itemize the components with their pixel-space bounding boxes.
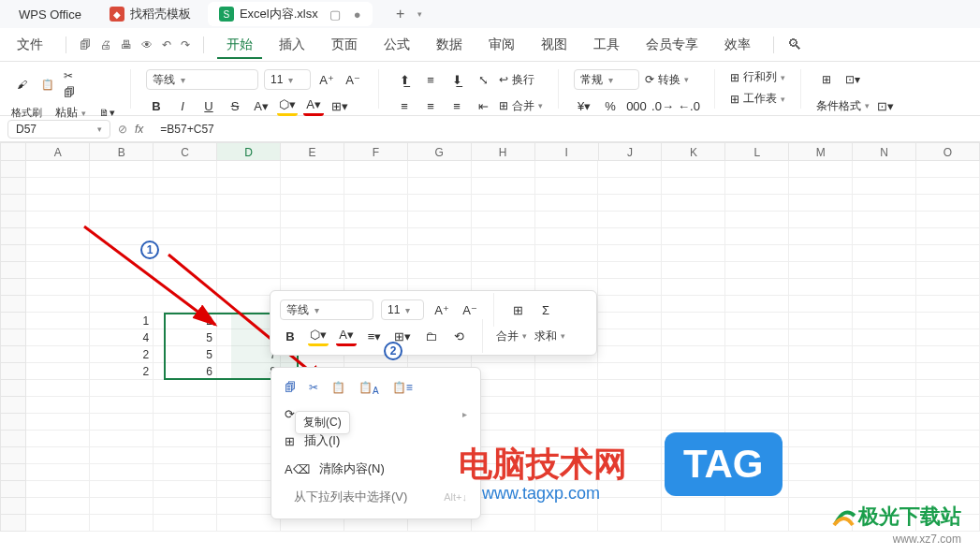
cell[interactable]	[154, 178, 217, 195]
cell[interactable]	[916, 397, 980, 414]
cell[interactable]	[789, 313, 853, 329]
menu-view[interactable]: 视图	[532, 31, 577, 59]
cell[interactable]	[789, 279, 853, 296]
mini-bold-button[interactable]: B	[280, 326, 300, 346]
align-bottom-icon[interactable]: ⬇̲	[446, 69, 467, 90]
cell[interactable]	[408, 212, 472, 228]
cell[interactable]	[725, 262, 789, 279]
cell[interactable]	[789, 245, 853, 262]
cell[interactable]	[344, 228, 408, 245]
name-box[interactable]: D57 ▾	[7, 120, 110, 139]
row-header[interactable]	[0, 245, 26, 262]
save-icon[interactable]: 🗐	[80, 38, 91, 51]
menu-insert[interactable]: 插入	[270, 31, 314, 59]
menu-page[interactable]: 页面	[322, 31, 367, 59]
cell[interactable]	[725, 329, 789, 346]
cell[interactable]	[26, 329, 90, 346]
cell[interactable]	[789, 414, 853, 431]
cell[interactable]	[217, 195, 281, 212]
cell[interactable]: 2	[90, 346, 154, 363]
tab-document[interactable]: S Excel内容.xlsx ▢ ●	[208, 2, 373, 26]
cell[interactable]	[725, 414, 789, 431]
cell[interactable]	[408, 178, 472, 195]
cell[interactable]	[725, 279, 789, 296]
align-left-icon[interactable]: ≡	[394, 95, 415, 116]
cell[interactable]	[26, 498, 90, 515]
cell[interactable]	[789, 178, 853, 195]
align-center-icon[interactable]: ≡	[420, 95, 441, 116]
cell[interactable]	[26, 515, 90, 532]
cell[interactable]	[853, 397, 916, 414]
paste-label[interactable]: 粘贴▾	[55, 105, 86, 121]
font-size-combo[interactable]: 11▾	[264, 69, 311, 90]
ctx-paste-text-icon[interactable]: 📋A	[358, 381, 379, 396]
cell[interactable]	[916, 313, 980, 329]
cell[interactable]	[598, 245, 662, 262]
cell[interactable]	[154, 228, 217, 245]
cell[interactable]	[535, 363, 599, 380]
cell[interactable]	[916, 481, 980, 498]
menu-member[interactable]: 会员专享	[636, 31, 708, 59]
dec-inc-icon[interactable]: .0→	[652, 95, 673, 116]
undo-icon[interactable]: ↶	[162, 38, 171, 51]
tab-overflow-icon[interactable]: ▾	[417, 9, 422, 19]
cell[interactable]	[26, 447, 90, 464]
cell[interactable]	[90, 397, 154, 414]
cell[interactable]	[154, 212, 217, 228]
mini-sum-icon[interactable]: Σ	[535, 299, 556, 320]
tab-template-store[interactable]: ◆ 找稻壳模板	[98, 2, 202, 26]
decrease-font-icon[interactable]: A⁻	[343, 69, 363, 90]
cell[interactable]	[598, 346, 662, 363]
cell[interactable]	[26, 414, 90, 431]
col-header[interactable]: L	[725, 142, 789, 161]
menu-data[interactable]: 数据	[427, 31, 472, 59]
cell[interactable]	[789, 397, 853, 414]
cell[interactable]	[598, 363, 662, 380]
cell[interactable]	[789, 346, 853, 363]
cell[interactable]	[598, 380, 662, 397]
cell[interactable]	[725, 296, 789, 313]
cell[interactable]	[725, 380, 789, 397]
row-header[interactable]	[0, 329, 26, 346]
cell[interactable]	[725, 212, 789, 228]
cell[interactable]: 5	[154, 329, 217, 346]
cell[interactable]	[344, 212, 408, 228]
row-header[interactable]	[0, 346, 26, 363]
cell[interactable]	[90, 431, 154, 447]
cell[interactable]	[344, 195, 408, 212]
cell[interactable]: 5	[154, 346, 217, 363]
cell[interactable]	[916, 447, 980, 464]
menu-start[interactable]: 开始	[217, 31, 262, 59]
number-format-combo[interactable]: 常规▾	[574, 69, 639, 90]
cell[interactable]	[853, 414, 916, 431]
col-header[interactable]: K	[662, 142, 725, 161]
cell[interactable]	[154, 296, 217, 313]
redo-icon[interactable]: ↷	[181, 38, 190, 51]
cell-style-icon[interactable]: ⊡▾	[875, 95, 896, 116]
cell[interactable]	[853, 313, 916, 329]
row-header[interactable]	[0, 178, 26, 195]
cell[interactable]	[725, 178, 789, 195]
cell[interactable]	[472, 161, 535, 178]
comma-icon[interactable]: 000	[626, 95, 647, 116]
cell[interactable]	[281, 212, 344, 228]
cell[interactable]	[662, 380, 725, 397]
orientation-icon[interactable]: ⤡	[473, 69, 493, 90]
row-header[interactable]	[0, 363, 26, 380]
row-header[interactable]	[0, 380, 26, 397]
cell[interactable]	[90, 178, 154, 195]
cell[interactable]	[26, 464, 90, 481]
cell[interactable]	[154, 498, 217, 515]
cell[interactable]	[662, 346, 725, 363]
cell[interactable]	[535, 515, 599, 532]
cell[interactable]	[598, 515, 662, 532]
cell[interactable]	[662, 279, 725, 296]
cell[interactable]	[90, 515, 154, 532]
cell[interactable]	[789, 464, 853, 481]
col-header-selected[interactable]: D	[217, 142, 281, 161]
cell[interactable]	[598, 161, 662, 178]
cell[interactable]	[598, 329, 662, 346]
cell[interactable]	[725, 397, 789, 414]
cell[interactable]	[725, 161, 789, 178]
col-header[interactable]: J	[599, 142, 663, 161]
